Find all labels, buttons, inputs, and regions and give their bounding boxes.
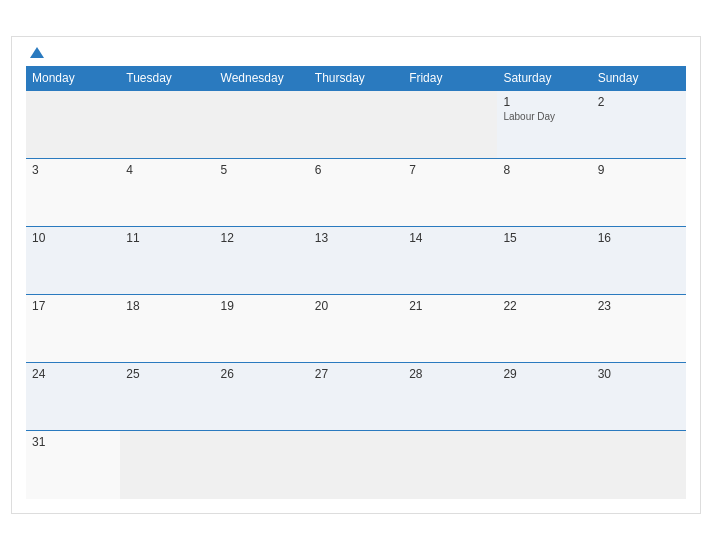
day-number: 25 — [126, 367, 208, 381]
calendar-cell — [403, 91, 497, 159]
calendar-cell — [120, 431, 214, 499]
day-number: 14 — [409, 231, 491, 245]
calendar-cell: 1Labour Day — [497, 91, 591, 159]
calendar-cell: 12 — [215, 227, 309, 295]
calendar-cell: 14 — [403, 227, 497, 295]
calendar-cell: 11 — [120, 227, 214, 295]
calendar-cell — [497, 431, 591, 499]
calendar-cell: 19 — [215, 295, 309, 363]
calendar-cell: 21 — [403, 295, 497, 363]
calendar-cell: 22 — [497, 295, 591, 363]
calendar-week-row: 10111213141516 — [26, 227, 686, 295]
calendar-cell: 8 — [497, 159, 591, 227]
calendar-cell: 20 — [309, 295, 403, 363]
holiday-label: Labour Day — [503, 111, 585, 122]
weekday-header: Wednesday — [215, 66, 309, 91]
calendar-cell — [26, 91, 120, 159]
calendar-table: MondayTuesdayWednesdayThursdayFridaySatu… — [26, 66, 686, 499]
day-number: 12 — [221, 231, 303, 245]
day-number: 27 — [315, 367, 397, 381]
day-number: 11 — [126, 231, 208, 245]
day-number: 24 — [32, 367, 114, 381]
weekday-header: Saturday — [497, 66, 591, 91]
day-number: 21 — [409, 299, 491, 313]
calendar-cell: 16 — [592, 227, 686, 295]
day-number: 17 — [32, 299, 114, 313]
calendar-cell: 18 — [120, 295, 214, 363]
calendar-header-row: MondayTuesdayWednesdayThursdayFridaySatu… — [26, 66, 686, 91]
day-number: 13 — [315, 231, 397, 245]
calendar-cell: 25 — [120, 363, 214, 431]
calendar-cell: 3 — [26, 159, 120, 227]
day-number: 30 — [598, 367, 680, 381]
day-number: 29 — [503, 367, 585, 381]
weekday-header: Monday — [26, 66, 120, 91]
day-number: 19 — [221, 299, 303, 313]
calendar-cell: 30 — [592, 363, 686, 431]
day-number: 6 — [315, 163, 397, 177]
weekday-header: Friday — [403, 66, 497, 91]
logo — [26, 47, 44, 58]
calendar-week-row: 3456789 — [26, 159, 686, 227]
calendar-cell: 4 — [120, 159, 214, 227]
day-number: 26 — [221, 367, 303, 381]
day-number: 9 — [598, 163, 680, 177]
day-number: 18 — [126, 299, 208, 313]
day-number: 31 — [32, 435, 114, 449]
calendar-cell: 27 — [309, 363, 403, 431]
calendar-cell — [215, 91, 309, 159]
day-number: 1 — [503, 95, 585, 109]
day-number: 28 — [409, 367, 491, 381]
calendar-week-row: 31 — [26, 431, 686, 499]
day-number: 23 — [598, 299, 680, 313]
weekday-header: Thursday — [309, 66, 403, 91]
calendar-header — [26, 47, 686, 58]
calendar-cell — [309, 431, 403, 499]
calendar-cell — [592, 431, 686, 499]
day-number: 16 — [598, 231, 680, 245]
calendar-cell: 28 — [403, 363, 497, 431]
calendar-cell: 26 — [215, 363, 309, 431]
day-number: 15 — [503, 231, 585, 245]
day-number: 7 — [409, 163, 491, 177]
calendar-cell: 6 — [309, 159, 403, 227]
day-number: 22 — [503, 299, 585, 313]
calendar-cell: 5 — [215, 159, 309, 227]
calendar-cell — [403, 431, 497, 499]
calendar-cell — [309, 91, 403, 159]
calendar-cell: 2 — [592, 91, 686, 159]
calendar-week-row: 17181920212223 — [26, 295, 686, 363]
day-number: 4 — [126, 163, 208, 177]
calendar-cell: 7 — [403, 159, 497, 227]
calendar-cell: 17 — [26, 295, 120, 363]
calendar-cell — [120, 91, 214, 159]
calendar-cell: 31 — [26, 431, 120, 499]
day-number: 2 — [598, 95, 680, 109]
calendar-cell: 10 — [26, 227, 120, 295]
weekday-header: Tuesday — [120, 66, 214, 91]
day-number: 5 — [221, 163, 303, 177]
calendar-cell: 23 — [592, 295, 686, 363]
weekday-header: Sunday — [592, 66, 686, 91]
calendar-cell: 9 — [592, 159, 686, 227]
calendar-cell: 24 — [26, 363, 120, 431]
day-number: 10 — [32, 231, 114, 245]
calendar-cell: 15 — [497, 227, 591, 295]
calendar-cell: 13 — [309, 227, 403, 295]
day-number: 3 — [32, 163, 114, 177]
calendar-container: MondayTuesdayWednesdayThursdayFridaySatu… — [11, 36, 701, 514]
day-number: 8 — [503, 163, 585, 177]
logo-triangle-icon — [30, 47, 44, 58]
calendar-cell — [215, 431, 309, 499]
calendar-cell: 29 — [497, 363, 591, 431]
day-number: 20 — [315, 299, 397, 313]
calendar-week-row: 1Labour Day2 — [26, 91, 686, 159]
calendar-week-row: 24252627282930 — [26, 363, 686, 431]
